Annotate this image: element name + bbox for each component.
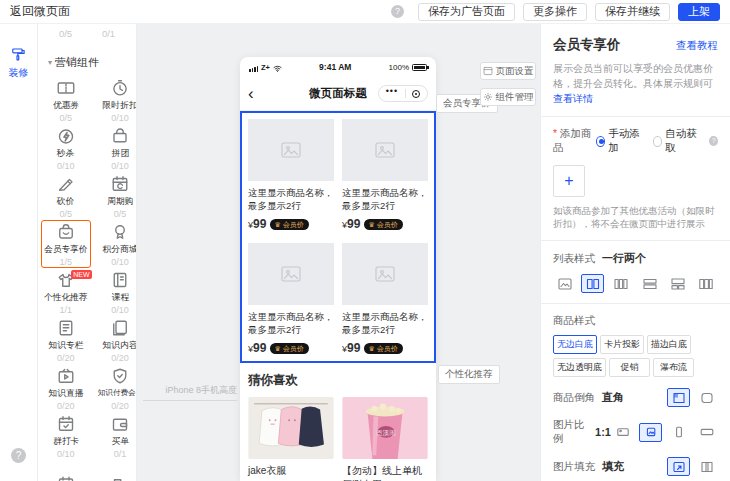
back-chevron-icon[interactable]: ‹ bbox=[248, 85, 254, 102]
knife-icon bbox=[56, 174, 76, 194]
chip-card-shadow[interactable]: 卡片投影 bbox=[600, 335, 644, 354]
picture-icon bbox=[375, 266, 395, 282]
live-icon bbox=[56, 366, 76, 386]
product-name: 这里显示商品名称，最多显示2行 bbox=[248, 310, 334, 337]
product-card[interactable]: 这里显示商品名称，最多显示2行 ¥99 ♛会员价 bbox=[342, 243, 428, 355]
chip-no-border-white[interactable]: 无边白底 bbox=[553, 335, 597, 354]
rail-item-label: 装修 bbox=[9, 66, 29, 80]
chip-stroke-white[interactable]: 描边白底 bbox=[647, 335, 691, 354]
member-price-component-selected[interactable]: 这里显示商品名称，最多显示2行 ¥99 ♛会员价 这里显示商品名称，最多显示2行… bbox=[240, 111, 436, 363]
component-item-group-buy[interactable]: 拼团 0/10 bbox=[91, 124, 138, 172]
more-actions-button[interactable]: 更多操作 bbox=[523, 3, 587, 21]
recommend-name: 【勿动】线上单机压测专用 bbox=[342, 464, 428, 481]
recommend-card[interactable]: jake衣服 bbox=[248, 397, 334, 481]
section-header-marketing[interactable]: ▾ 营销组件 bbox=[38, 47, 136, 74]
component-item-personalized[interactable]: NEW 个性化推荐 1/1 bbox=[41, 268, 91, 316]
ratio-3-4-button[interactable] bbox=[667, 423, 690, 442]
top-bar: 返回微页面 ? 保存为广告页面 更多操作 保存并继续 上架 bbox=[0, 0, 730, 24]
radio-auto-fetch[interactable]: 自动获取 bbox=[653, 127, 701, 155]
personalized-recommend-component[interactable]: 猜你喜欢 jake衣服 bbox=[240, 363, 436, 481]
book-icon bbox=[110, 270, 130, 290]
product-card[interactable]: 这里显示商品名称，最多显示2行 ¥99 ♛会员价 bbox=[342, 119, 428, 231]
component-item-bargain[interactable]: 砍价 0/5 bbox=[41, 172, 91, 220]
help-icon[interactable]: ? bbox=[391, 5, 404, 18]
product-image-placeholder bbox=[248, 119, 334, 181]
back-to-micropage-link[interactable]: 返回微页面 bbox=[10, 3, 70, 20]
view-tutorial-link[interactable]: 查看教程 bbox=[676, 39, 718, 53]
product-card[interactable]: 这里显示商品名称，最多显示2行 ¥99 ♛会员价 bbox=[248, 243, 334, 355]
signal-icon bbox=[249, 66, 258, 72]
rail-item-decorate[interactable]: 装修 bbox=[0, 46, 37, 80]
component-item-time-discount[interactable]: 限时折扣 0/10 bbox=[91, 76, 138, 124]
chip-waterfall[interactable]: 瀑布流 bbox=[653, 358, 694, 377]
product-name: 这里显示商品名称，最多显示2行 bbox=[342, 310, 428, 337]
component-item-paid-member[interactable]: 知识付费会员 0/20 bbox=[91, 364, 138, 412]
add-product-button[interactable]: + bbox=[553, 165, 585, 197]
new-badge: NEW bbox=[71, 270, 91, 279]
ratio-row: 图片比例 1:1 bbox=[553, 418, 718, 446]
component-item-partial-1[interactable] bbox=[41, 460, 91, 481]
component-item-coupon[interactable]: 优惠券 0/5 bbox=[41, 76, 91, 124]
chip-no-border-transparent[interactable]: 无边透明底 bbox=[553, 358, 606, 377]
product-price: ¥99 bbox=[248, 341, 266, 355]
close-target-icon[interactable] bbox=[412, 90, 420, 98]
corner-square-button[interactable] bbox=[667, 388, 690, 407]
partial-counts-row: 0/5 0/1 bbox=[38, 24, 136, 47]
other-component-tag[interactable]: 个性化推荐 bbox=[438, 365, 500, 384]
radio-manual-add[interactable]: 手动添加 bbox=[596, 127, 644, 155]
chip-promotion[interactable]: 促销 bbox=[609, 358, 650, 377]
component-item-points-mall[interactable]: 积分商城 0/10 bbox=[91, 220, 138, 268]
component-item-partial-2[interactable] bbox=[91, 460, 138, 481]
rail-help-icon[interactable]: ? bbox=[11, 448, 26, 463]
more-dots-icon[interactable]: ••• bbox=[386, 87, 398, 96]
miniapp-capsule[interactable]: ••• bbox=[378, 85, 428, 102]
topbar-actions: ? 保存为广告页面 更多操作 保存并继续 上架 bbox=[391, 3, 720, 21]
wallet-icon bbox=[110, 414, 130, 434]
add-goods-row: 添加商品 手动添加 自动获取 ? bbox=[553, 127, 718, 155]
product-image-placeholder bbox=[342, 119, 428, 181]
component-item-course[interactable]: 课程 0/10 bbox=[91, 268, 138, 316]
save-as-ad-page-button[interactable]: 保存为广告页面 bbox=[418, 3, 515, 21]
doc-icon bbox=[56, 318, 76, 338]
ratio-3-2-button[interactable] bbox=[611, 423, 634, 442]
view-detail-link[interactable]: 查看详情 bbox=[553, 93, 593, 104]
recommend-card[interactable]: 恩溪闹 【勿动】线上单机压测专用 bbox=[342, 397, 428, 481]
collapse-caret-icon: ▾ bbox=[48, 58, 52, 67]
svg-text:恩溪闹: 恩溪闹 bbox=[376, 429, 396, 437]
component-item-knowledge-column[interactable]: 知识专栏 0/20 bbox=[41, 316, 91, 364]
component-item-group-checkin[interactable]: 群打卡 0/10 bbox=[41, 412, 91, 460]
member-bag-icon bbox=[56, 222, 76, 242]
wifi-icon bbox=[273, 65, 282, 72]
product-card[interactable]: 这里显示商品名称，最多显示2行 ¥99 ♛会员价 bbox=[248, 119, 334, 231]
list-style-three-per-row-button[interactable] bbox=[610, 274, 633, 293]
component-manage-button[interactable]: 组件管理 bbox=[480, 88, 536, 106]
list-style-scroll-button[interactable] bbox=[695, 274, 718, 293]
help-icon[interactable]: ? bbox=[709, 136, 718, 146]
save-and-continue-button[interactable]: 保存并继续 bbox=[595, 3, 670, 21]
list-style-big-image-button[interactable] bbox=[553, 274, 576, 293]
ratio-16-9-button[interactable] bbox=[695, 423, 718, 442]
component-item-cycle-buy[interactable]: 周期购 0/5 bbox=[91, 172, 138, 220]
list-style-two-per-row-button[interactable] bbox=[581, 274, 604, 293]
hoodies-product-image bbox=[248, 397, 334, 459]
coupon-icon bbox=[56, 78, 76, 98]
partial-count: 0/1 bbox=[102, 28, 115, 39]
component-item-member-price[interactable]: 会员专享价 1/5 bbox=[41, 220, 91, 268]
ratio-1-1-button[interactable] bbox=[639, 423, 662, 442]
gear-icon bbox=[483, 92, 493, 102]
component-item-seckill[interactable]: 秒杀 0/10 bbox=[41, 124, 91, 172]
fill-pad-button[interactable] bbox=[695, 457, 718, 476]
component-item-knowledge-live[interactable]: 知识直播 0/20 bbox=[41, 364, 91, 412]
page-settings-button[interactable]: 页面设置 bbox=[480, 62, 536, 80]
list-style-mixed-button[interactable] bbox=[667, 274, 690, 293]
calendar-icon bbox=[56, 474, 76, 481]
component-item-knowledge-content[interactable]: 知识内容 0/20 bbox=[91, 316, 138, 364]
component-item-pay-bill[interactable]: 买单 0/1 bbox=[91, 412, 138, 460]
publish-button[interactable]: 上架 bbox=[678, 3, 720, 21]
list-style-list-button[interactable] bbox=[638, 274, 661, 293]
left-rail: 装修 ? bbox=[0, 24, 38, 481]
product-price: ¥99 bbox=[342, 341, 360, 355]
fill-stretch-button[interactable] bbox=[667, 457, 690, 476]
corner-round-button[interactable] bbox=[695, 388, 718, 407]
radio-icon bbox=[596, 136, 606, 147]
